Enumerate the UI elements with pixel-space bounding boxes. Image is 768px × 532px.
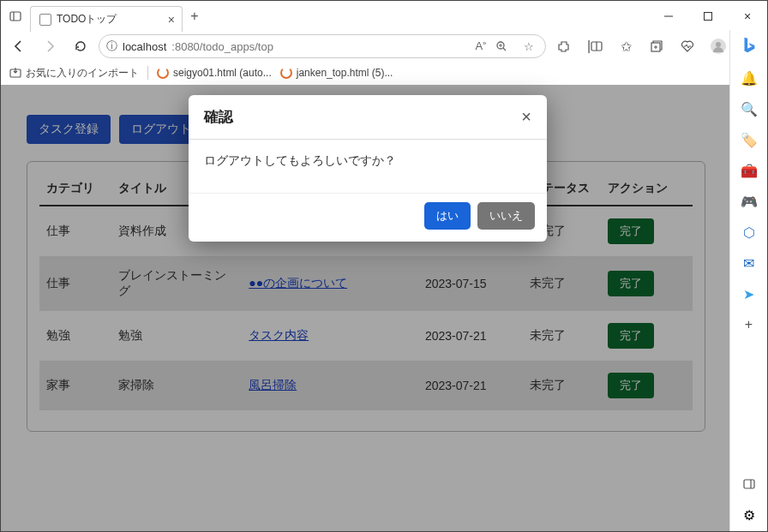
extensions-icon[interactable] xyxy=(551,33,577,59)
edge-sidebar: 🔔 🔍 🏷️ 🧰 🎮 ⬡ ✉ ➤ + ⚙ xyxy=(729,30,767,532)
outlook-icon[interactable]: ✉ xyxy=(739,253,759,273)
games-icon[interactable]: 🎮 xyxy=(739,191,759,212)
sidebar-collapse-icon[interactable] xyxy=(739,474,759,494)
search-icon[interactable]: 🔍 xyxy=(739,99,759,119)
tab-title: TODOトップ xyxy=(57,12,117,27)
maximize-button[interactable] xyxy=(688,1,728,32)
favorite-star-icon[interactable]: ☆ xyxy=(519,40,538,53)
minimize-button[interactable] xyxy=(649,1,688,32)
dialog-title: 確認 xyxy=(204,107,233,127)
profile-icon[interactable] xyxy=(705,33,731,59)
svg-rect-16 xyxy=(744,480,754,488)
svg-line-5 xyxy=(503,48,506,51)
import-favorites-button[interactable]: お気に入りのインポート xyxy=(9,66,139,81)
address-bar[interactable]: ⓘ localhost:8080/todo_apps/top A» ☆ xyxy=(99,34,546,58)
add-icon[interactable]: + xyxy=(739,314,759,335)
refresh-button[interactable] xyxy=(68,33,93,59)
favorites-icon[interactable]: ✩ xyxy=(613,33,639,59)
confirm-dialog: 確認 × ログアウトしてもよろしいですか？ はい いいえ xyxy=(189,95,547,242)
site-info-icon[interactable]: ⓘ xyxy=(106,39,117,54)
close-tab-icon[interactable]: × xyxy=(168,13,175,27)
svg-rect-3 xyxy=(705,13,712,21)
read-aloud-icon[interactable]: A» xyxy=(471,39,490,52)
close-window-button[interactable]: × xyxy=(728,1,767,32)
office-icon[interactable]: ⬡ xyxy=(739,222,759,242)
tab-actions-button[interactable] xyxy=(1,10,30,22)
browser-tab[interactable]: TODOトップ × xyxy=(30,6,183,32)
bing-icon[interactable] xyxy=(737,33,761,57)
health-icon[interactable] xyxy=(675,33,700,59)
send-icon[interactable]: ➤ xyxy=(739,284,759,304)
bookmark-janken[interactable]: janken_top.html (5)... xyxy=(280,67,393,79)
zoom-icon[interactable] xyxy=(495,40,514,52)
settings-icon[interactable]: ⚙ xyxy=(739,505,759,525)
url-path: :8080/todo_apps/top xyxy=(171,40,273,53)
new-tab-button[interactable]: + xyxy=(183,9,207,24)
forward-button xyxy=(37,33,63,59)
svg-point-14 xyxy=(716,42,721,47)
url-host: localhost xyxy=(123,40,166,53)
svg-rect-0 xyxy=(10,12,21,21)
back-button[interactable] xyxy=(6,33,32,59)
page-favicon xyxy=(39,14,51,26)
close-icon[interactable]: × xyxy=(521,107,531,127)
swirl-icon xyxy=(280,67,292,79)
tools-icon[interactable]: 🧰 xyxy=(739,160,759,181)
confirm-no-button[interactable]: いいえ xyxy=(477,202,535,230)
dialog-body: ログアウトしてもよろしいですか？ xyxy=(189,140,547,193)
collections-icon[interactable] xyxy=(644,33,669,59)
import-icon xyxy=(9,67,21,79)
notifications-icon[interactable]: 🔔 xyxy=(739,68,759,88)
swirl-icon xyxy=(157,67,169,79)
bm-import-label: お気に入りのインポート xyxy=(26,66,139,81)
shopping-tag-icon[interactable]: 🏷️ xyxy=(739,129,759,150)
confirm-yes-button[interactable]: はい xyxy=(424,202,471,230)
split-screen-icon[interactable]: | xyxy=(582,33,608,59)
bookmark-seigyo[interactable]: seigyo01.html (auto... xyxy=(157,67,272,79)
